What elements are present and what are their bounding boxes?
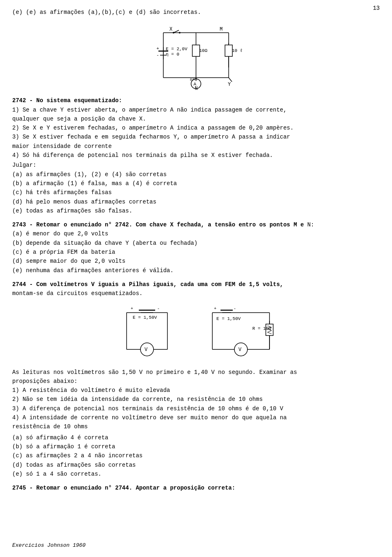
p2744-opt-c: (c) as afirmações 2 a 4 não incorretas <box>12 452 380 460</box>
svg-point-24 <box>179 32 180 34</box>
svg-line-33 <box>229 78 232 82</box>
p2745-title: 2745 - Retomar o enunciado n° 2744. Apon… <box>12 484 380 492</box>
svg-text:10 ℓ: 10 ℓ <box>232 48 243 53</box>
svg-text:+: + <box>156 46 159 51</box>
circuit-2744-left: + - E = 1,50V V <box>114 304 180 362</box>
svg-text:+: + <box>214 306 216 311</box>
svg-point-23 <box>173 32 174 34</box>
p2744-title: 2744 - Com voltímetros V iguais a Pilhas… <box>12 280 380 289</box>
circuit-2744-right: + - E = 1,50V R = 10Ω V <box>204 304 278 362</box>
p2744-opt-e: (e) só 1 a 4 são corretas. <box>12 470 380 478</box>
p2744-item2: 2) Não se tem idéia da intensidade da co… <box>12 395 380 403</box>
p2743-opt-d: (d) sempre maior do que 2,0 volts <box>12 257 380 265</box>
svg-text:R = 10Ω: R = 10Ω <box>252 326 272 331</box>
p2742-opt-b: (b) a afirmação (1) é falsa, mas a (4) é… <box>12 179 380 188</box>
p2744-opt-b: (b) só a afirmação 1 é correta <box>12 443 380 451</box>
page-number: 13 <box>373 4 380 12</box>
p2742-item3: 3) Se X estiver fechada e em seguida fec… <box>12 133 380 141</box>
p2742-opt-e: (e) todas as afirmações são falsas. <box>12 207 380 215</box>
svg-text:E = 2,0V: E = 2,0V <box>166 47 187 51</box>
p2744-opt-d: (d) todas as afirmações são corretas <box>12 461 380 469</box>
svg-text:10Ω: 10Ω <box>199 48 207 53</box>
footer: Exercícios Johnson 1960 <box>12 542 85 550</box>
svg-text:-: - <box>156 53 159 58</box>
p2744-reading: As leituras nos voltímetros são 1,50 V n… <box>12 368 380 376</box>
svg-text:E = 1,50V: E = 1,50V <box>216 316 241 321</box>
svg-text:E = 1,50V: E = 1,50V <box>133 315 157 320</box>
svg-text:X: X <box>169 27 172 32</box>
problem-2743: 2743 - Retomar o enunciado n° 2742. Com … <box>12 221 380 275</box>
p2743-opt-e: (e) nenhuma das afirmações anteriores é … <box>12 266 380 275</box>
p2742-opt-a: (a) as afirmações (1), (2) e (4) são cor… <box>12 170 380 179</box>
problem-2742: 2742 - No sistema esquematizado: 1) Se a… <box>12 96 380 215</box>
p2742-item2: 2) Se X e Y estiverem fechadas, o amperí… <box>12 124 380 132</box>
p2742-item4: 4) Só há diferença de potencial nos term… <box>12 151 380 159</box>
problem-2745: 2745 - Retomar o enunciado n° 2744. Apon… <box>12 484 380 492</box>
svg-rect-14 <box>192 45 200 56</box>
p2744-opt-a: (a) só afirmação 4 é correta <box>12 434 380 442</box>
circuits-row: + - E = 1,50V V + - E = 1,50V <box>12 304 380 362</box>
problem-2744: 2744 - Com voltímetros V iguais a Pilhas… <box>12 280 380 478</box>
circuit-diagram-1: + - E = 2,0V η = 0 10Ω 10 ℓ X M A η=0 N <box>12 20 380 90</box>
svg-text:M: M <box>220 27 223 32</box>
svg-text:V: V <box>145 347 148 353</box>
p2744-item1: 1) A resistência do voltímetro é muito e… <box>12 386 380 394</box>
p2743-title: 2743 - Retomar o enunciado n° 2742. Com … <box>12 221 380 229</box>
svg-text:η = 0: η = 0 <box>166 52 179 57</box>
p2744-item3: 3) A diferença de potencial nos terminai… <box>12 405 380 413</box>
p2743-opt-b: (b) depende da situação da chave Y (aber… <box>12 239 380 247</box>
p2742-julgar: Julgar: <box>12 161 380 169</box>
p2742-item1: 1) Se a chave Y estiver aberta, o amperí… <box>12 106 380 114</box>
svg-text:N: N <box>195 86 198 90</box>
p2743-opt-a: (a) é menor do que 2,0 volts <box>12 230 380 238</box>
p2742-opt-c: (c) há três afirmações falsas <box>12 188 380 197</box>
svg-text:V: V <box>238 347 242 353</box>
p2742-opt-d: (d) há pelo menos duas afirmações corret… <box>12 198 380 206</box>
p2742-item3b: maior intensidade de corrente <box>12 142 380 150</box>
svg-text:Y: Y <box>228 82 231 87</box>
p2744-item4b: resistência de 10 ohms <box>12 423 380 431</box>
svg-text:+: + <box>131 306 133 311</box>
p2743-opt-c: (c) é a própria FEM da bateria <box>12 248 380 256</box>
svg-rect-18 <box>225 45 232 56</box>
svg-text:-: - <box>234 306 236 311</box>
svg-text:-: - <box>157 306 160 311</box>
svg-line-22 <box>174 30 179 33</box>
p2744-title2: montam-se da circuitos esquematizados. <box>12 289 380 298</box>
p2742-title: 2742 - No sistema esquematizado: <box>12 96 380 105</box>
p2744-reading2: proposições abaixo: <box>12 377 380 385</box>
intro-text: (e) (e) as afirmações (a),(b),(c) e (d) … <box>12 8 380 16</box>
p2744-item4: 4) A intensidade de corrente no voltímet… <box>12 414 380 422</box>
p2742-item1b: qualquer que seja a posição da chave X. <box>12 115 380 123</box>
